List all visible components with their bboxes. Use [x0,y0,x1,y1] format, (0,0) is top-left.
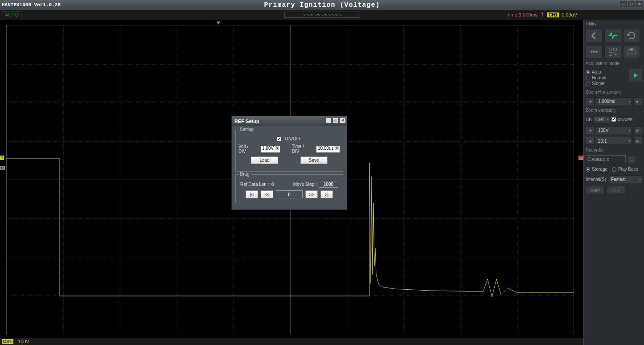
window-title: Primary Ignition (Voltage) [0,1,644,9]
ref-onoff-check[interactable] [277,137,281,141]
back-icon[interactable] [586,29,603,42]
dialog-title-text: REF Setup [234,119,259,124]
ref-len-label: Ref Data Len : [240,182,269,187]
dialog-close-button[interactable]: ✕ [340,118,346,123]
dialog-maximize-button[interactable]: □ [332,118,339,123]
ref-ground-marker[interactable]: R [0,166,5,170]
main-titlebar: HANTEK1008 Ver1.0.28 Primary Ignition (V… [0,0,644,10]
playback-radio[interactable]: Play Back [612,167,638,172]
svg-rect-4 [615,54,617,56]
drag-fieldset: Drag Ref Data Len : 0 Move Step : |< << … [235,174,343,203]
svg-rect-1 [614,48,616,51]
zoom-h-combo[interactable]: 1.000ms [596,97,632,105]
zoom-h-dec-button[interactable]: ◄ [586,97,595,105]
pulse-icon[interactable] [604,29,621,42]
nav-next-button[interactable]: >> [305,190,318,198]
volt-div-label: Volt / DIV [238,144,257,154]
recorder-label: Recorder [586,148,642,152]
load-button[interactable]: Load [251,156,278,164]
trigger-edge-icon: ⤒ [540,12,545,18]
channel-badge: CH1 [547,12,559,17]
footer-vdiv: 100V [18,339,29,344]
svg-point-6 [630,50,633,53]
ref-onoff-label: ON/OFF [285,136,302,141]
qr-icon[interactable] [604,45,621,58]
browse-path-button[interactable]: … [627,155,636,163]
scope-footer: CH1 100V [0,338,583,345]
maximize-button[interactable]: □ [628,1,635,7]
cb-label: CB [586,117,592,122]
auto-mode-badge[interactable]: AUTO [2,11,21,18]
channel-onoff-check[interactable] [611,117,616,122]
utility-label: Utility [586,21,642,26]
vdiv-combo[interactable]: 100V [596,126,632,134]
move-step-label: Move Step : [293,182,317,187]
ch1-ground-marker[interactable]: 1 [0,156,4,160]
more-icon[interactable]: ••• [586,45,603,58]
nav-last-button[interactable]: >| [320,190,333,198]
time-div-combo[interactable]: 10.00us [316,145,340,153]
save-button[interactable]: Save [300,156,328,164]
acq-single-radio[interactable]: Single [586,81,629,86]
interval-label: Interval(S): [586,177,607,182]
camera-icon[interactable] [623,45,640,58]
svg-rect-7 [630,49,633,50]
channel-select-combo[interactable]: CH1 [593,115,610,123]
dialog-titlebar[interactable]: REF Setup — □ ✕ [232,116,347,126]
interval-combo[interactable]: Fastest [609,175,642,183]
svg-rect-3 [614,53,615,54]
timebase-preview: ∿∿∿∿∿∿∿∿∿∿∿ [284,12,360,18]
minimize-button[interactable]: — [620,1,627,7]
acq-normal-radio[interactable]: Normal [586,75,629,80]
volt-div-combo[interactable]: 1.00V [260,145,280,153]
trigger-level-marker[interactable]: T [578,156,584,160]
move-step-input[interactable] [319,181,338,188]
setting-fieldset: Setting ON/OFF Volt / DIV 1.00V Time / D… [235,130,343,172]
drag-legend: Drag [238,172,251,177]
recorder-path-input[interactable] [586,155,626,163]
undo-icon[interactable] [623,29,640,42]
dialog-minimize-button[interactable]: — [325,118,332,123]
acquisition-label: Acquisition mode [586,61,642,66]
nav-prev-button[interactable]: << [261,190,273,198]
onoff-label: ON/OFF [617,117,632,122]
vdiv-dec-button[interactable]: ◄ [586,126,595,134]
recorder-stop-button[interactable]: Stop [606,186,625,195]
svg-rect-2 [609,53,612,55]
probe-ratio-combo[interactable]: 20:1 [596,137,632,145]
ref-len-value: 0 [271,182,274,187]
run-button[interactable] [629,69,642,82]
right-sidebar: Utility ••• Acquisition mode Auto Normal… [583,20,644,345]
zoom-h-label: Zoom Horizontally [586,90,642,94]
setting-legend: Setting [238,127,255,132]
voltage-readout: 0.00uV [562,12,577,17]
footer-channel-badge: CH1 [2,339,13,344]
zoom-v-label: Zoom vertically [586,108,642,113]
zoom-h-inc-button[interactable]: ► [633,97,642,105]
trigger-position-marker[interactable]: ▼ [216,20,221,26]
nav-first-button[interactable]: |< [246,190,258,198]
position-input[interactable] [276,190,303,198]
time-div-label: Time / DIV [292,144,312,154]
close-button[interactable]: ✕ [636,1,643,7]
storage-radio[interactable]: Storage [586,167,607,172]
recorder-start-button[interactable]: Start [586,186,605,195]
acq-auto-radio[interactable]: Auto [586,70,629,74]
ref-setup-dialog: REF Setup — □ ✕ Setting ON/OFF Volt / DI… [231,116,347,210]
svg-rect-0 [609,48,612,51]
vdiv-inc-button[interactable]: ► [633,126,642,134]
ratio-dec-button[interactable]: ◄ [586,137,595,145]
timebase-readout: Time:1.000ms [507,12,537,17]
app-version: HANTEK1008 Ver1.0.28 [0,2,61,8]
top-toolbar: AUTO ∿∿∿∿∿∿∿∿∿∿∿ Time:1.000ms ⤒ CH1 0.00… [0,10,644,20]
ratio-inc-button[interactable]: ► [633,137,642,145]
